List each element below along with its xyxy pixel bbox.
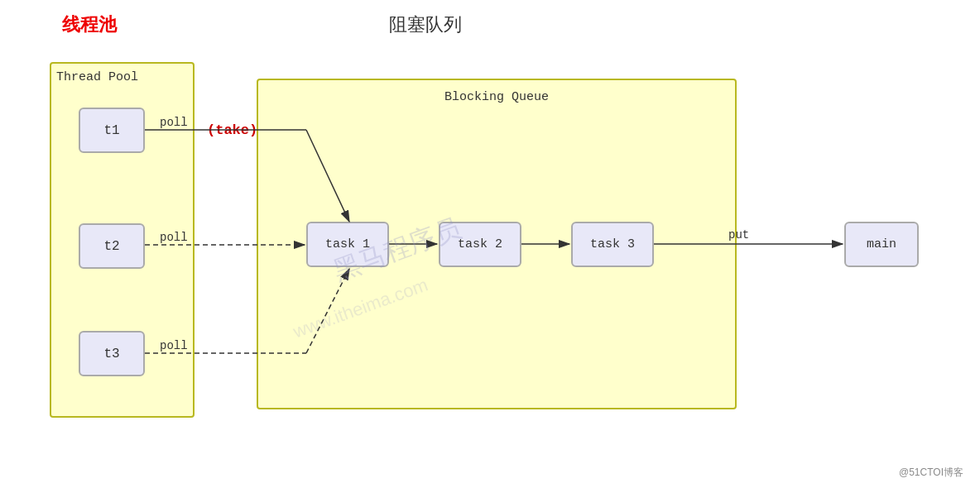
thread-t1: t1 [79, 108, 145, 153]
take-label: (take) [207, 122, 257, 138]
blocking-queue-label-cn: 阻塞队列 [389, 12, 462, 37]
task2-box: task 2 [439, 222, 521, 267]
copyright: @51CTOI博客 [899, 466, 963, 480]
main-box: main [844, 222, 919, 267]
thread-t2: t2 [79, 223, 145, 269]
task1-box: task 1 [306, 222, 389, 267]
main-label: main [867, 237, 896, 251]
thread-pool-label-cn: 线程池 [62, 12, 117, 37]
task2-label: task 2 [458, 237, 502, 251]
diagram-container: 线程池 Thread Pool t1 t2 t3 阻塞队列 Blocking Q… [0, 0, 980, 488]
task3-label: task 3 [590, 237, 635, 251]
task3-box: task 3 [571, 222, 654, 267]
t2-label: t2 [103, 239, 119, 254]
thread-pool-en-label: Thread Pool [56, 70, 138, 84]
task1-label: task 1 [325, 237, 370, 251]
t1-label: t1 [103, 123, 119, 138]
t3-label: t3 [103, 347, 119, 361]
blocking-queue-en-label: Blocking Queue [444, 90, 549, 104]
thread-t3: t3 [79, 331, 145, 376]
